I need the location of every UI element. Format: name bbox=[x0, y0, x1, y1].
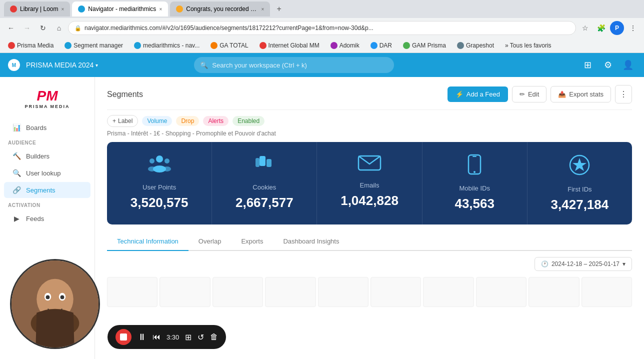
date-range-button[interactable]: 🕐 2024-12-18 – 2025-01-17 ▾ bbox=[534, 257, 632, 271]
bookmark-mediarithmics-nav[interactable]: mediarithmics - nav... bbox=[130, 41, 204, 50]
tab-overlap[interactable]: Overlap bbox=[188, 232, 232, 251]
alerts-tag[interactable]: Alerts bbox=[203, 116, 228, 126]
grid-button[interactable]: ⊞ bbox=[185, 332, 192, 342]
bookmark-favicon-grape bbox=[457, 42, 464, 49]
drop-tag[interactable]: Drop bbox=[176, 116, 199, 126]
menu-button[interactable]: ⋮ bbox=[626, 21, 640, 35]
app-logo: M bbox=[8, 59, 20, 71]
pause-button[interactable]: ⏸ bbox=[138, 332, 146, 342]
clock-icon: 🕐 bbox=[541, 260, 548, 268]
bookmark-dar[interactable]: DAR bbox=[366, 41, 396, 50]
extensions-button[interactable]: 🧩 bbox=[594, 21, 608, 35]
stats-panel: User Points 3,520,575 Cookies 2,667,577 bbox=[107, 142, 632, 224]
svg-point-20 bbox=[60, 296, 64, 300]
bookmark-prisma-media[interactable]: Prisma Media bbox=[4, 41, 58, 50]
label-add-text: Label bbox=[118, 118, 132, 124]
bookmark-internet-global[interactable]: Internet Global MM bbox=[256, 41, 324, 50]
bookmark-adomik[interactable]: Adomik bbox=[326, 41, 364, 50]
tab-title-loom: Library | Loom bbox=[20, 6, 58, 12]
tab-exports[interactable]: Exports bbox=[231, 232, 273, 251]
sidebar-item-segments[interactable]: 🔗 Segments bbox=[4, 182, 90, 198]
svg-rect-6 bbox=[260, 156, 266, 166]
sidebar-item-boards[interactable]: 📊 Boards bbox=[4, 120, 90, 136]
bookmark-favicon-dar bbox=[370, 42, 378, 49]
svg-rect-11 bbox=[472, 156, 476, 157]
bookmark-segment-manager[interactable]: Segment manager bbox=[60, 41, 127, 50]
back-button[interactable]: ← bbox=[4, 21, 18, 35]
settings-icon[interactable]: ⚙ bbox=[600, 57, 616, 73]
more-options-button[interactable]: ⋮ bbox=[615, 85, 632, 104]
edit-button[interactable]: ✏ Edit bbox=[512, 86, 546, 102]
rewind-button[interactable]: ⏮ bbox=[152, 332, 160, 342]
lookup-icon: 🔍 bbox=[12, 169, 21, 177]
activation-section-header: ACTIVATION bbox=[0, 198, 94, 210]
tab-close-navigator[interactable]: × bbox=[159, 6, 162, 12]
breadcrumb: Prisma - Intérêt - 1€ - Shopping - Promo… bbox=[107, 130, 632, 142]
tab-dashboard-insights[interactable]: Dashboard Insights bbox=[273, 232, 349, 251]
emails-icon bbox=[358, 154, 382, 176]
export-stats-button[interactable]: 📤 Export stats bbox=[550, 86, 611, 102]
export-icon: 📤 bbox=[558, 90, 566, 98]
dropdown-icon: ▾ bbox=[622, 260, 626, 268]
workspace-label: PRISMA MEDIA 2024 bbox=[26, 61, 94, 69]
reload-button[interactable]: ↻ bbox=[36, 21, 50, 35]
table-col-6 bbox=[370, 277, 421, 307]
bookmark-label-ga: GA TOTAL bbox=[220, 42, 248, 49]
add-feed-button[interactable]: ⚡ Add a Feed bbox=[448, 86, 508, 102]
tab-navigator[interactable]: Navigator - mediarithmics × bbox=[72, 2, 168, 16]
user-icon[interactable]: 👤 bbox=[620, 57, 636, 73]
sidebar-item-user-lookup[interactable]: 🔍 User lookup bbox=[4, 165, 90, 181]
page-title: Segments bbox=[107, 90, 448, 99]
emails-label: Emails bbox=[360, 182, 380, 189]
refresh-button[interactable]: ↺ bbox=[198, 332, 204, 342]
table-col-2 bbox=[160, 277, 210, 307]
edit-label: Edit bbox=[528, 90, 539, 98]
address-bar[interactable]: 🔒 navigator.mediarithmics.com/#/v2/o/169… bbox=[68, 21, 576, 35]
forward-button[interactable]: → bbox=[20, 21, 34, 35]
sidebar-label-user-lookup: User lookup bbox=[26, 170, 60, 177]
tab-congrats[interactable]: Congrats, you recorded your... × bbox=[170, 2, 270, 16]
tab-bar: Library | Loom × Navigator - mediarithmi… bbox=[0, 0, 644, 18]
header-actions: ⚡ Add a Feed ✏ Edit 📤 Export stats ⋮ bbox=[448, 85, 632, 104]
stat-user-points: User Points 3,520,575 bbox=[107, 142, 212, 224]
bookmark-ga-total[interactable]: GA TOTAL bbox=[206, 41, 252, 50]
svg-point-2 bbox=[164, 158, 170, 164]
profile-button[interactable]: P bbox=[610, 21, 624, 35]
new-tab-button[interactable]: + bbox=[272, 2, 286, 16]
recording-bar: ⏸ ⏮ 3:30 ⊞ ↺ 🗑 bbox=[108, 325, 226, 349]
mobile-ids-value: 43,563 bbox=[454, 196, 494, 212]
table-col-5 bbox=[318, 277, 368, 307]
volume-tag[interactable]: Volume bbox=[142, 116, 172, 126]
cookies-label: Cookies bbox=[252, 184, 276, 191]
enabled-tag[interactable]: Enabled bbox=[232, 116, 264, 126]
sidebar-item-builders[interactable]: 🔨 Builders bbox=[4, 148, 90, 164]
workspace-selector[interactable]: PRISMA MEDIA 2024 ▾ bbox=[26, 61, 98, 69]
stat-mobile-ids: Mobile IDs 43,563 bbox=[422, 142, 528, 224]
stat-cookies: Cookies 2,667,577 bbox=[212, 142, 317, 224]
stop-button[interactable] bbox=[116, 329, 132, 345]
user-points-icon bbox=[147, 154, 172, 178]
bookmark-star[interactable]: ☆ bbox=[578, 21, 592, 35]
edit-icon: ✏ bbox=[520, 90, 525, 98]
grid-view-icon[interactable]: ⊞ bbox=[580, 57, 596, 73]
search-bar[interactable]: 🔍 Search your workspace (Ctrl + k) bbox=[194, 57, 394, 73]
bookmark-more[interactable]: » Tous les favoris bbox=[501, 41, 556, 50]
sidebar-item-feeds[interactable]: ▶ Feeds bbox=[4, 210, 90, 226]
user-points-label: User Points bbox=[142, 184, 176, 191]
svg-point-12 bbox=[474, 171, 476, 173]
delete-button[interactable]: 🗑 bbox=[210, 332, 218, 342]
tab-loom[interactable]: Library | Loom × bbox=[4, 2, 70, 16]
page-header: Segments ⚡ Add a Feed ✏ Edit 📤 Export st… bbox=[107, 77, 632, 110]
svg-point-4 bbox=[148, 166, 156, 172]
table-col-8 bbox=[476, 277, 526, 307]
bookmark-grapeshot[interactable]: Grapeshot bbox=[453, 41, 498, 50]
bookmark-label-adomik: Adomik bbox=[340, 42, 360, 49]
main-content: Segments ⚡ Add a Feed ✏ Edit 📤 Export st… bbox=[95, 77, 644, 359]
tab-close-congrats[interactable]: × bbox=[261, 6, 264, 12]
tab-close-loom[interactable]: × bbox=[61, 6, 64, 12]
bookmark-gam-prisma[interactable]: GAM Prisma bbox=[399, 41, 450, 50]
add-label-button[interactable]: + Label bbox=[107, 115, 138, 127]
lock-icon: 🔒 bbox=[74, 25, 82, 32]
home-button[interactable]: ⌂ bbox=[52, 21, 66, 35]
tab-technical-information[interactable]: Technical Information bbox=[107, 232, 188, 251]
